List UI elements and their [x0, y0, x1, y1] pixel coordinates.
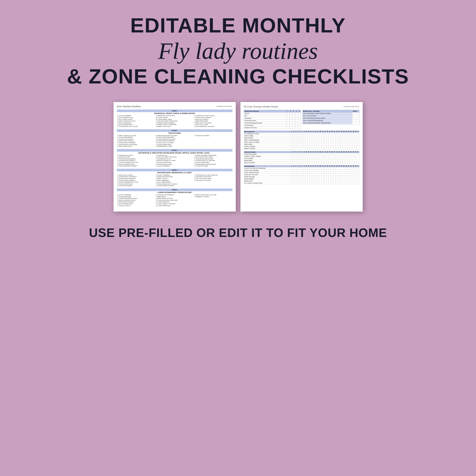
routine-checkbox[interactable] [296, 171, 298, 173]
routine-checkbox[interactable] [296, 141, 298, 143]
routine-checkbox[interactable] [343, 167, 345, 169]
routine-checkbox[interactable] [352, 173, 355, 176]
blessing-cell[interactable] [292, 122, 295, 124]
checkbox-circle[interactable] [156, 178, 157, 179]
routine-checkbox[interactable] [298, 143, 300, 145]
routine-checkbox[interactable] [333, 145, 336, 147]
checkbox-circle[interactable] [194, 164, 196, 165]
checkbox-circle[interactable] [117, 180, 119, 181]
routine-checkbox[interactable] [300, 147, 302, 150]
routine-checkbox[interactable] [306, 173, 307, 176]
routine-checkbox[interactable] [294, 169, 296, 171]
routine-checkbox[interactable] [302, 133, 304, 135]
routine-checkbox[interactable] [352, 161, 355, 164]
routine-checkbox[interactable] [315, 143, 317, 145]
checkbox-circle[interactable] [156, 202, 157, 203]
routine-checkbox[interactable] [355, 180, 357, 182]
routine-checkbox[interactable] [307, 139, 310, 141]
routine-checkbox[interactable] [292, 180, 294, 182]
routine-checkbox[interactable] [322, 141, 324, 143]
routine-checkbox[interactable] [324, 139, 326, 141]
routine-checkbox[interactable] [326, 157, 329, 159]
routine-checkbox[interactable] [350, 171, 352, 173]
routine-checkbox[interactable] [345, 147, 347, 150]
routine-checkbox[interactable] [307, 141, 310, 143]
routine-checkbox[interactable] [307, 137, 310, 139]
routine-checkbox[interactable] [298, 173, 300, 176]
routine-checkbox[interactable] [290, 178, 292, 180]
routine-checkbox[interactable] [307, 178, 310, 180]
routine-checkbox[interactable] [307, 133, 310, 135]
checkbox-circle[interactable] [194, 122, 196, 123]
routine-checkbox[interactable] [355, 167, 357, 169]
routine-checkbox[interactable] [290, 135, 292, 137]
checkbox-circle[interactable] [194, 194, 196, 196]
routine-checkbox[interactable] [336, 182, 338, 184]
routine-checkbox[interactable] [340, 159, 343, 161]
routine-checkbox[interactable] [322, 157, 324, 159]
routine-checkbox[interactable] [315, 167, 317, 169]
routine-checkbox[interactable] [347, 167, 350, 169]
routine-checkbox[interactable] [300, 176, 302, 178]
routine-checkbox[interactable] [319, 141, 322, 143]
routine-checkbox[interactable] [329, 141, 331, 143]
checkbox-circle[interactable] [117, 146, 119, 147]
routine-checkbox[interactable] [324, 161, 326, 164]
checkbox-circle[interactable] [117, 202, 119, 203]
routine-checkbox[interactable] [292, 182, 294, 184]
routine-checkbox[interactable] [306, 155, 307, 157]
routine-checkbox[interactable] [333, 176, 336, 178]
routine-checkbox[interactable] [329, 173, 331, 176]
checkbox-circle[interactable] [117, 182, 119, 183]
routine-checkbox[interactable] [290, 173, 292, 176]
routine-checkbox[interactable] [296, 169, 298, 171]
routine-checkbox[interactable] [290, 153, 292, 155]
routine-checkbox[interactable] [310, 135, 312, 137]
routine-checkbox[interactable] [290, 145, 292, 147]
routine-checkbox[interactable] [315, 145, 317, 147]
routine-checkbox[interactable] [333, 159, 336, 161]
routine-checkbox[interactable] [319, 171, 322, 173]
routine-checkbox[interactable] [350, 178, 352, 180]
routine-checkbox[interactable] [310, 137, 312, 139]
checkbox-circle[interactable] [117, 124, 119, 125]
routine-checkbox[interactable] [355, 141, 357, 143]
routine-checkbox[interactable] [331, 173, 333, 176]
routine-checkbox[interactable] [302, 147, 304, 150]
routine-checkbox[interactable] [296, 143, 298, 145]
routine-checkbox[interactable] [343, 137, 345, 139]
routine-checkbox[interactable] [317, 171, 319, 173]
routine-checkbox[interactable] [317, 139, 319, 141]
routine-checkbox[interactable] [315, 157, 317, 159]
routine-checkbox[interactable] [322, 167, 324, 169]
routine-checkbox[interactable] [336, 167, 338, 169]
routine-checkbox[interactable] [357, 182, 359, 184]
routine-checkbox[interactable] [347, 147, 350, 150]
checkbox-circle[interactable] [156, 155, 157, 156]
routine-checkbox[interactable] [336, 180, 338, 182]
routine-checkbox[interactable] [331, 176, 333, 178]
routine-checkbox[interactable] [317, 153, 319, 155]
routine-checkbox[interactable] [350, 133, 352, 135]
routine-checkbox[interactable] [338, 161, 340, 164]
routine-checkbox[interactable] [296, 180, 298, 182]
routine-checkbox[interactable] [357, 133, 359, 135]
routine-checkbox[interactable] [350, 145, 352, 147]
routine-checkbox[interactable] [340, 137, 343, 139]
routine-checkbox[interactable] [326, 173, 329, 176]
zone-done-cell[interactable] [352, 117, 359, 119]
routine-checkbox[interactable] [319, 137, 322, 139]
routine-checkbox[interactable] [296, 173, 298, 176]
routine-checkbox[interactable] [352, 180, 355, 182]
checkbox-circle[interactable] [117, 176, 119, 177]
checkbox-circle[interactable] [156, 162, 157, 163]
routine-checkbox[interactable] [345, 157, 347, 159]
checkbox-circle[interactable] [194, 117, 196, 118]
routine-checkbox[interactable] [310, 171, 312, 173]
routine-checkbox[interactable] [345, 143, 347, 145]
routine-checkbox[interactable] [326, 143, 329, 145]
blessing-cell[interactable] [289, 124, 292, 126]
routine-checkbox[interactable] [294, 173, 296, 176]
routine-checkbox[interactable] [300, 159, 302, 161]
routine-checkbox[interactable] [294, 161, 296, 164]
